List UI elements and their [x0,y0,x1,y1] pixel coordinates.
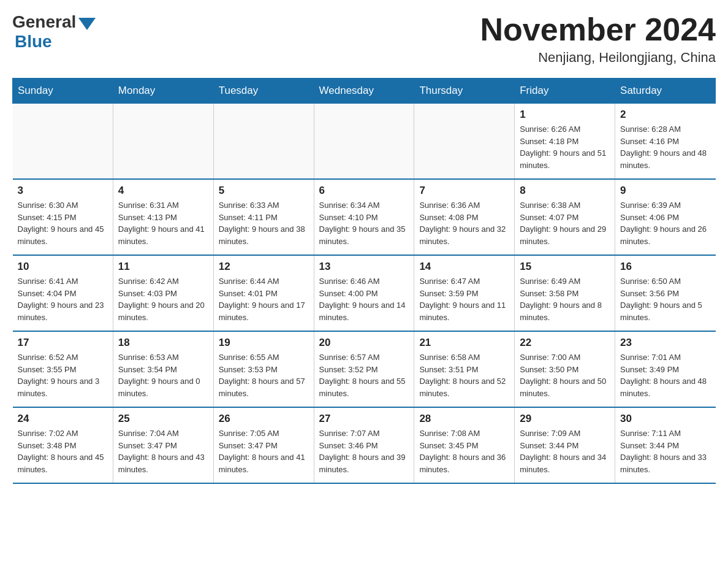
day-info: Sunrise: 7:07 AMSunset: 3:46 PMDaylight:… [319,427,409,475]
day-info: Sunrise: 6:26 AMSunset: 4:18 PMDaylight:… [520,123,610,171]
day-number: 7 [419,185,509,197]
day-info: Sunrise: 6:53 AMSunset: 3:54 PMDaylight:… [118,351,208,399]
day-info: Sunrise: 6:50 AMSunset: 3:56 PMDaylight:… [620,275,710,323]
calendar-cell: 13Sunrise: 6:46 AMSunset: 4:00 PMDayligh… [314,255,414,331]
calendar-cell [414,104,515,180]
day-info: Sunrise: 7:04 AMSunset: 3:47 PMDaylight:… [118,427,208,475]
day-number: 22 [520,337,610,349]
calendar-cell: 28Sunrise: 7:08 AMSunset: 3:45 PMDayligh… [414,407,515,483]
day-number: 1 [520,109,610,121]
calendar-cell: 25Sunrise: 7:04 AMSunset: 3:47 PMDayligh… [113,407,213,483]
day-info: Sunrise: 6:31 AMSunset: 4:13 PMDaylight:… [118,199,208,247]
logo-general-text: General [12,12,76,32]
day-info: Sunrise: 6:39 AMSunset: 4:06 PMDaylight:… [620,199,710,247]
month-title: November 2024 [480,12,716,47]
day-number: 5 [219,185,309,197]
day-info: Sunrise: 6:28 AMSunset: 4:16 PMDaylight:… [620,123,710,171]
day-number: 8 [520,185,610,197]
calendar-cell: 26Sunrise: 7:05 AMSunset: 3:47 PMDayligh… [213,407,314,483]
calendar-cell: 24Sunrise: 7:02 AMSunset: 3:48 PMDayligh… [13,407,113,483]
calendar-cell: 30Sunrise: 7:11 AMSunset: 3:44 PMDayligh… [615,407,716,483]
day-number: 11 [118,261,208,273]
day-info: Sunrise: 6:36 AMSunset: 4:08 PMDaylight:… [419,199,509,247]
calendar-header: SundayMondayTuesdayWednesdayThursdayFrid… [13,79,716,104]
calendar-cell: 7Sunrise: 6:36 AMSunset: 4:08 PMDaylight… [414,179,515,255]
calendar-cell [113,104,213,180]
calendar-cell: 15Sunrise: 6:49 AMSunset: 3:58 PMDayligh… [515,255,615,331]
week-row-5: 24Sunrise: 7:02 AMSunset: 3:48 PMDayligh… [13,407,716,483]
day-info: Sunrise: 7:08 AMSunset: 3:45 PMDaylight:… [419,427,509,475]
calendar-cell: 1Sunrise: 6:26 AMSunset: 4:18 PMDaylight… [515,104,615,180]
day-number: 9 [620,185,710,197]
day-info: Sunrise: 6:38 AMSunset: 4:07 PMDaylight:… [520,199,610,247]
day-info: Sunrise: 7:02 AMSunset: 3:48 PMDaylight:… [18,427,108,475]
day-info: Sunrise: 6:49 AMSunset: 3:58 PMDaylight:… [520,275,610,323]
day-number: 15 [520,261,610,273]
day-number: 27 [319,413,409,425]
day-number: 19 [219,337,309,349]
day-number: 26 [219,413,309,425]
day-info: Sunrise: 7:09 AMSunset: 3:44 PMDaylight:… [520,427,610,475]
calendar-cell: 23Sunrise: 7:01 AMSunset: 3:49 PMDayligh… [615,331,716,407]
day-info: Sunrise: 6:44 AMSunset: 4:01 PMDaylight:… [219,275,309,323]
day-info: Sunrise: 6:34 AMSunset: 4:10 PMDaylight:… [319,199,409,247]
calendar-cell: 2Sunrise: 6:28 AMSunset: 4:16 PMDaylight… [615,104,716,180]
weekday-header-sunday: Sunday [13,79,113,104]
calendar-cell [314,104,414,180]
calendar-cell [13,104,113,180]
calendar-cell: 14Sunrise: 6:47 AMSunset: 3:59 PMDayligh… [414,255,515,331]
calendar-cell: 17Sunrise: 6:52 AMSunset: 3:55 PMDayligh… [13,331,113,407]
day-info: Sunrise: 7:01 AMSunset: 3:49 PMDaylight:… [620,351,710,399]
day-number: 6 [319,185,409,197]
weekday-header-wednesday: Wednesday [314,79,414,104]
calendar-cell: 21Sunrise: 6:58 AMSunset: 3:51 PMDayligh… [414,331,515,407]
day-number: 13 [319,261,409,273]
calendar-cell: 10Sunrise: 6:41 AMSunset: 4:04 PMDayligh… [13,255,113,331]
day-number: 20 [319,337,409,349]
week-row-4: 17Sunrise: 6:52 AMSunset: 3:55 PMDayligh… [13,331,716,407]
calendar-cell: 3Sunrise: 6:30 AMSunset: 4:15 PMDaylight… [13,179,113,255]
calendar-table: SundayMondayTuesdayWednesdayThursdayFrid… [12,78,716,484]
day-number: 29 [520,413,610,425]
day-info: Sunrise: 6:55 AMSunset: 3:53 PMDaylight:… [219,351,309,399]
title-area: November 2024 Nenjiang, Heilongjiang, Ch… [480,12,716,66]
logo-blue-text: Blue [15,32,52,52]
calendar-cell: 11Sunrise: 6:42 AMSunset: 4:03 PMDayligh… [113,255,213,331]
calendar-cell: 22Sunrise: 7:00 AMSunset: 3:50 PMDayligh… [515,331,615,407]
day-number: 12 [219,261,309,273]
day-info: Sunrise: 6:47 AMSunset: 3:59 PMDaylight:… [419,275,509,323]
calendar-cell: 4Sunrise: 6:31 AMSunset: 4:13 PMDaylight… [113,179,213,255]
week-row-2: 3Sunrise: 6:30 AMSunset: 4:15 PMDaylight… [13,179,716,255]
day-info: Sunrise: 6:41 AMSunset: 4:04 PMDaylight:… [18,275,108,323]
calendar-cell: 18Sunrise: 6:53 AMSunset: 3:54 PMDayligh… [113,331,213,407]
day-info: Sunrise: 6:30 AMSunset: 4:15 PMDaylight:… [18,199,108,247]
day-number: 25 [118,413,208,425]
day-number: 2 [620,109,710,121]
day-number: 14 [419,261,509,273]
logo-triangle-icon [78,18,96,30]
calendar-cell [213,104,314,180]
calendar-cell: 27Sunrise: 7:07 AMSunset: 3:46 PMDayligh… [314,407,414,483]
weekday-header-row: SundayMondayTuesdayWednesdayThursdayFrid… [13,79,716,104]
weekday-header-friday: Friday [515,79,615,104]
calendar-body: 1Sunrise: 6:26 AMSunset: 4:18 PMDaylight… [13,104,716,484]
day-number: 4 [118,185,208,197]
day-info: Sunrise: 7:05 AMSunset: 3:47 PMDaylight:… [219,427,309,475]
day-info: Sunrise: 6:57 AMSunset: 3:52 PMDaylight:… [319,351,409,399]
day-number: 24 [18,413,108,425]
day-number: 28 [419,413,509,425]
calendar-cell: 20Sunrise: 6:57 AMSunset: 3:52 PMDayligh… [314,331,414,407]
weekday-header-thursday: Thursday [414,79,515,104]
day-number: 16 [620,261,710,273]
calendar-cell: 8Sunrise: 6:38 AMSunset: 4:07 PMDaylight… [515,179,615,255]
weekday-header-monday: Monday [113,79,213,104]
week-row-3: 10Sunrise: 6:41 AMSunset: 4:04 PMDayligh… [13,255,716,331]
day-info: Sunrise: 7:00 AMSunset: 3:50 PMDaylight:… [520,351,610,399]
day-number: 17 [18,337,108,349]
day-info: Sunrise: 7:11 AMSunset: 3:44 PMDaylight:… [620,427,710,475]
calendar-cell: 16Sunrise: 6:50 AMSunset: 3:56 PMDayligh… [615,255,716,331]
calendar-cell: 5Sunrise: 6:33 AMSunset: 4:11 PMDaylight… [213,179,314,255]
calendar-cell: 29Sunrise: 7:09 AMSunset: 3:44 PMDayligh… [515,407,615,483]
logo: General Blue [12,12,96,52]
weekday-header-saturday: Saturday [615,79,716,104]
